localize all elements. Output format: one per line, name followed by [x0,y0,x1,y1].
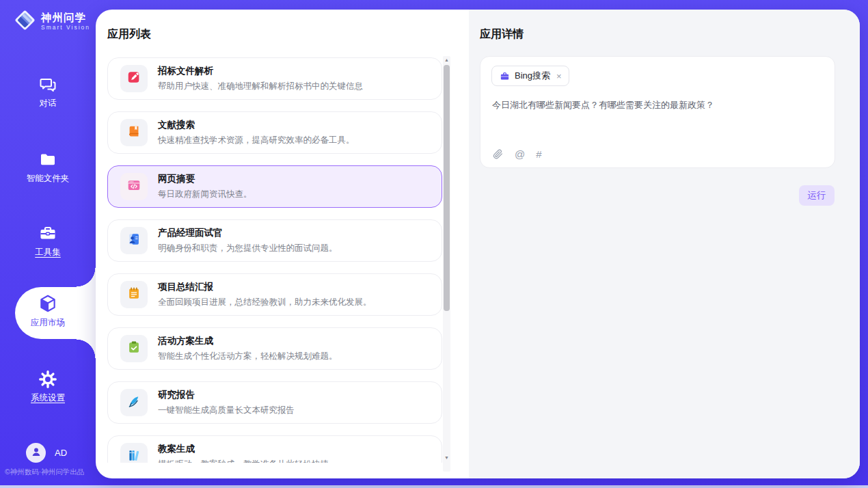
app-card-description: 模板驱动，教案秒成，教学准备从此轻松快捷 [158,459,329,463]
app-card-lesson-plan[interactable]: 教案生成模板驱动，教案秒成，教学准备从此轻松快捷 [107,435,442,463]
book-icon [126,124,141,141]
sidebar-item-toolset[interactable]: 工具集 [0,224,96,258]
cube-icon [0,293,96,314]
app-icon-tile [120,119,148,146]
sidebar-item-system-settings[interactable]: 系统设置 [0,370,96,404]
sidebar-item-smart-folders[interactable]: 智能文件夹 [0,150,96,185]
browser-code-icon [126,178,141,195]
chip-close-icon[interactable]: × [556,71,562,81]
clipboard-check-icon [126,340,141,357]
app-icon-tile [120,173,148,200]
prompt-composer[interactable]: Bing搜索 × 今日湖北有哪些新闻要点？有哪些需要关注的最新政策？ @ # [480,56,835,168]
toolbox-icon [0,224,96,243]
sidebar-item-app-market[interactable]: 应用市场 [0,293,96,329]
app-icon-tile [120,227,148,254]
interview-icon [126,232,141,249]
app-card-description: 帮助用户快速、准确地理解和解析招标书中的关键信息 [158,81,363,92]
app-card-web-summary[interactable]: 网页摘要每日政府新闻资讯快查。 [107,165,442,208]
copyright-footer: ©神州数码·神州问学出品 [5,467,96,477]
app-icon-tile [120,281,148,308]
app-card-title: 招标文件解析 [158,65,363,77]
app-icon-tile [120,65,148,92]
app-card-title: 教案生成 [158,443,329,455]
app-card-literature-search[interactable]: 文献搜索快速精准查找学术资源，提高研究效率的必备工具。 [107,111,442,154]
app-card-description: 一键智能生成高质量长文本研究报告 [158,405,295,416]
sidebar-item-label: 工具集 [0,247,96,258]
avatar[interactable] [26,443,46,463]
chat-icon [0,75,96,94]
app-card-title: 产品经理面试官 [158,227,338,239]
sidebar-item-label: 应用市场 [0,317,96,329]
folder-icon [0,150,96,170]
app-card-description: 智能生成个性化活动方案，轻松解决规划难题。 [158,351,338,362]
brand-subtitle: Smart Vision [41,25,90,31]
books-icon [126,448,141,463]
brand: 神州问学 Smart Vision [12,8,90,36]
prompt-text[interactable]: 今日湖北有哪些新闻要点？有哪些需要关注的最新政策？ [492,99,821,111]
diamond-logo-icon [12,8,38,36]
app-detail-title: 应用详情 [480,27,524,42]
app-card-project-summary[interactable]: 项目总结汇报全面回顾项目进展，总结经验教训，助力未来优化发展。 [107,273,442,316]
mention-icon[interactable]: @ [515,148,525,160]
person-icon [30,446,42,461]
active-nav-notch-top [77,268,96,287]
briefcase-icon [500,71,510,81]
list-scrollbar[interactable]: ▲ ▼ [443,56,450,472]
tool-chip-label: Bing搜索 [515,70,550,82]
sidebar-item-chat[interactable]: 对话 [0,75,96,109]
user-row: AD [26,443,67,463]
run-button[interactable]: 运行 [799,185,835,206]
ink-pen-icon [126,394,141,411]
paperclip-icon[interactable] [492,148,504,160]
sidebar-item-label: 对话 [0,98,96,109]
gear-icon [0,370,96,389]
scrollbar-down-icon[interactable]: ▼ [443,454,450,462]
app-icon-tile [120,335,148,362]
app-icon-tile [120,389,148,416]
app-detail-panel: 应用详情 Bing搜索 × 今日湖北有哪些新闻要点？有哪些需要关注的最新政策？ … [469,10,860,478]
main-container: 应用列表 招标文件解析帮助用户快速、准确地理解和解析招标书中的关键信息文献搜索快… [96,10,860,478]
app-card-description: 明确身份和职责，为您提供专业性的面试问题。 [158,243,338,254]
app-card-title: 网页摘要 [158,173,252,185]
app-card-pm-interviewer[interactable]: 产品经理面试官明确身份和职责，为您提供专业性的面试问题。 [107,219,442,262]
edit-square-icon [126,70,141,87]
app-card-title: 项目总结汇报 [158,281,372,293]
app-card-list: 招标文件解析帮助用户快速、准确地理解和解析招标书中的关键信息文献搜索快速精准查找… [107,10,444,463]
app-card-title: 文献搜索 [158,119,355,131]
sidebar-item-label: 智能文件夹 [0,173,96,185]
app-window: 神州问学 Smart Vision 对话智能文件夹工具集应用市场系统设置 AD … [0,0,868,485]
app-card-title: 研究报告 [158,389,295,401]
user-initials: AD [55,448,67,458]
app-card-description: 每日政府新闻资讯快查。 [158,189,252,200]
app-card-description: 全面回顾项目进展，总结经验教训，助力未来优化发展。 [158,297,372,308]
active-nav-notch-bottom [77,339,96,358]
notepad-icon [126,286,141,303]
scrollbar-up-icon[interactable]: ▲ [443,56,450,64]
tool-chip-bing-search[interactable]: Bing搜索 × [491,66,569,86]
app-icon-tile [120,443,148,463]
app-card-event-plan[interactable]: 活动方案生成智能生成个性化活动方案，轻松解决规划难题。 [107,327,442,370]
app-list-panel: 应用列表 招标文件解析帮助用户快速、准确地理解和解析招标书中的关键信息文献搜索快… [96,10,469,478]
sidebar-item-label: 系统设置 [0,392,96,404]
scrollbar-thumb[interactable] [444,65,450,311]
sidebar: 神州问学 Smart Vision 对话智能文件夹工具集应用市场系统设置 AD … [0,0,96,485]
app-card-research-report[interactable]: 研究报告一键智能生成高质量长文本研究报告 [107,381,442,424]
app-card-title: 活动方案生成 [158,335,338,347]
app-card-description: 快速精准查找学术资源，提高研究效率的必备工具。 [158,135,355,146]
composer-toolbar: @ # [492,148,542,160]
app-card-bid-doc-analysis[interactable]: 招标文件解析帮助用户快速、准确地理解和解析招标书中的关键信息 [107,57,442,100]
hash-icon[interactable]: # [536,148,541,160]
brand-name: 神州问学 [41,12,90,23]
